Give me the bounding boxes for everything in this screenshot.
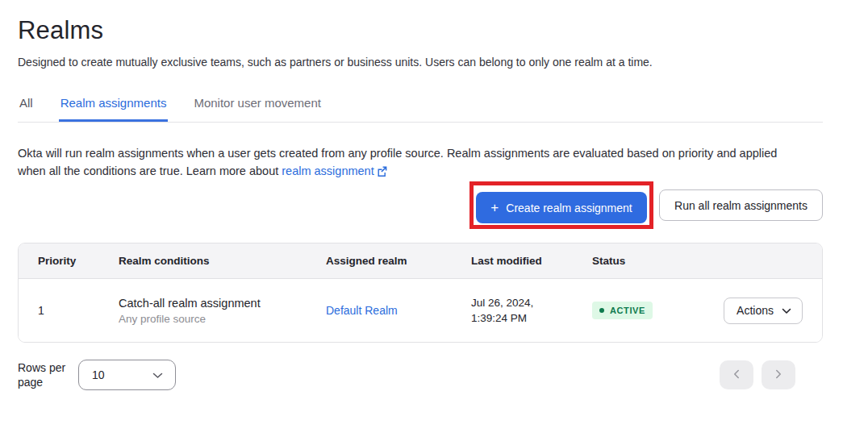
pagination — [720, 360, 795, 389]
chevron-down-icon — [152, 368, 163, 381]
page-subtitle: Designed to create mutually exclusive te… — [18, 56, 823, 69]
column-header-last-modified: Last modified — [471, 255, 592, 267]
tab-all[interactable]: All — [18, 96, 35, 122]
assigned-realm-cell: Default Realm — [326, 303, 471, 318]
actions-button-label: Actions — [737, 304, 774, 317]
chevron-left-icon — [733, 369, 740, 381]
column-header-assigned-realm: Assigned realm — [326, 255, 471, 267]
rows-per-page-label: Rows per page — [18, 360, 68, 389]
toolbar: + Create realm assignment Run all realm … — [18, 181, 823, 229]
chevron-down-icon — [782, 304, 791, 317]
table-row: 1 Catch-all realm assignment Any profile… — [19, 279, 822, 342]
description-line1: Okta will run realm assignments when a u… — [18, 147, 777, 160]
tab-monitor-user-movement[interactable]: Monitor user movement — [192, 96, 323, 122]
run-all-realm-assignments-button[interactable]: Run all realm assignments — [659, 189, 823, 221]
priority-value: 1 — [38, 304, 119, 317]
highlight-rectangle: + Create realm assignment — [469, 181, 653, 229]
table-footer: Rows per page 10 — [18, 360, 823, 390]
column-header-priority: Priority — [38, 255, 119, 267]
create-button-label: Create realm assignment — [506, 202, 632, 214]
external-link-icon — [377, 164, 387, 181]
next-page-button[interactable] — [762, 360, 795, 389]
rows-per-page-value: 10 — [92, 368, 105, 381]
status-dot-icon — [599, 308, 604, 313]
realm-assignment-link[interactable]: realm assignment — [282, 164, 373, 177]
condition-title: Catch-all realm assignment — [119, 297, 326, 310]
page-content: Realms Designed to create mutually exclu… — [18, 0, 823, 390]
status-label: ACTIVE — [610, 306, 645, 315]
tab-bar: All Realm assignments Monitor user movem… — [18, 96, 823, 123]
table-header-row: Priority Realm conditions Assigned realm… — [19, 243, 822, 279]
rows-per-page-select[interactable]: 10 — [78, 360, 176, 390]
last-modified-time: 1:39:24 PM — [471, 310, 592, 326]
plus-icon: + — [490, 201, 499, 214]
realm-conditions-cell: Catch-all realm assignment Any profile s… — [119, 297, 326, 325]
rows-per-page-control: Rows per page 10 — [18, 360, 176, 390]
last-modified-date: Jul 26, 2024, — [471, 295, 592, 310]
column-header-realm-conditions: Realm conditions — [119, 255, 326, 267]
realm-assignments-table: Priority Realm conditions Assigned realm… — [18, 243, 823, 343]
tab-description: Okta will run realm assignments when a u… — [18, 144, 823, 181]
page-title: Realms — [18, 0, 823, 45]
previous-page-button[interactable] — [720, 360, 753, 389]
chevron-right-icon — [775, 369, 782, 381]
status-badge: ACTIVE — [592, 302, 653, 319]
default-realm-link[interactable]: Default Realm — [326, 304, 398, 317]
status-cell: ACTIVE — [592, 302, 719, 319]
create-realm-assignment-button[interactable]: + Create realm assignment — [476, 192, 647, 223]
description-line2: when all the conditions are true. Learn … — [18, 164, 282, 177]
condition-subtitle: Any profile source — [119, 313, 326, 325]
actions-cell: Actions — [719, 298, 803, 324]
actions-button[interactable]: Actions — [724, 298, 803, 324]
last-modified-cell: Jul 26, 2024, 1:39:24 PM — [471, 295, 592, 326]
tab-realm-assignments[interactable]: Realm assignments — [59, 96, 169, 122]
column-header-status: Status — [592, 255, 719, 267]
